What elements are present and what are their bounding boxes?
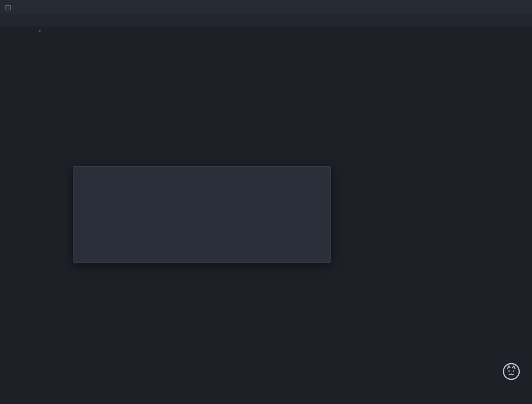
- tiger-logo-icon: [502, 362, 521, 381]
- indicator-row: ▾: [29, 27, 530, 35]
- ma-selector[interactable]: ▾: [37, 28, 41, 34]
- tiger-trade-chart-window: ◫ ▾: [0, 0, 532, 404]
- community-watermark: [502, 362, 525, 381]
- interval-statistics-panel: [73, 166, 331, 263]
- price-axis-right[interactable]: [507, 0, 532, 404]
- drawing-toolbar: [0, 14, 532, 27]
- window-icon[interactable]: ◫: [3, 3, 13, 11]
- top-toolbar: ◫: [0, 0, 532, 14]
- price-axis-left[interactable]: [0, 0, 25, 404]
